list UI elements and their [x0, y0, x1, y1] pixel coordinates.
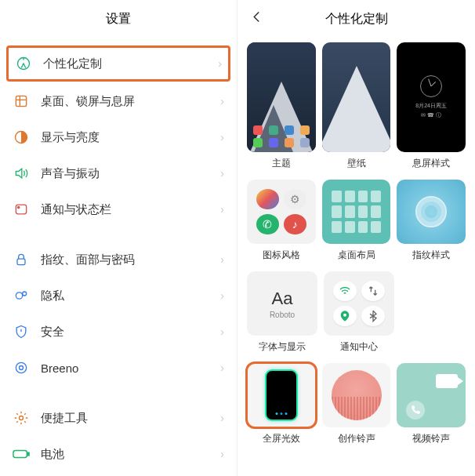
phone-call-icon [406, 401, 425, 420]
tools-icon [13, 409, 30, 427]
tile-fingerprint-style[interactable]: 指纹样式 [397, 180, 466, 262]
tile-icon-style[interactable]: ⚙ ✆ ♪ 图标风格 [247, 180, 316, 262]
svg-point-14 [343, 314, 346, 317]
item-label: 便捷工具 [41, 411, 220, 426]
chevron-right-icon: › [220, 325, 224, 338]
settings-item-biometrics[interactable]: 指纹、面部与密码 › [0, 242, 237, 278]
settings-item-notifications[interactable]: 通知与状态栏 › [0, 191, 237, 227]
chevron-right-icon: › [220, 289, 224, 302]
item-label: 通知与状态栏 [41, 202, 220, 217]
chevron-right-icon: › [220, 362, 224, 374]
tile-label: 壁纸 [347, 157, 366, 170]
tile-label: 全屏光效 [263, 432, 300, 445]
svg-point-4 [18, 206, 20, 208]
svg-rect-5 [17, 259, 25, 265]
back-button[interactable] [250, 10, 264, 28]
settings-item-sound[interactable]: 声音与振动 › [0, 155, 237, 191]
item-label: 电池 [41, 447, 220, 462]
settings-item-convenience[interactable]: 便捷工具 › [0, 400, 237, 436]
layout-thumb [322, 180, 391, 244]
svg-point-6 [16, 293, 22, 299]
row-themes: 主题 壁纸 8月24日周五 ✉ ☎ ⓘ 息屏样式 [238, 38, 475, 175]
settings-item-privacy[interactable]: 隐私 › [0, 278, 237, 314]
settings-title: 设置 [106, 11, 131, 27]
font-name: Roboto [270, 311, 295, 319]
personalization-title: 个性化定制 [325, 11, 388, 27]
tile-label: 创作铃声 [338, 432, 375, 445]
item-label: 隐私 [41, 289, 220, 303]
svg-point-10 [20, 416, 24, 420]
clock-icon [420, 75, 442, 97]
svg-rect-11 [13, 450, 27, 457]
settings-header: 设置 [0, 0, 237, 38]
font-thumb: Aa Roboto [247, 271, 317, 336]
tile-layout[interactable]: 桌面布局 [322, 180, 391, 262]
chevron-right-icon: › [220, 167, 224, 180]
chevron-right-icon: › [218, 57, 222, 70]
row-ringtones: 全屏光效 创作铃声 视频铃声 [238, 358, 475, 450]
tile-edge-lighting[interactable]: 全屏光效 [247, 363, 316, 445]
svg-point-9 [20, 366, 24, 370]
camera-icon [436, 374, 458, 388]
sound-icon [13, 165, 30, 182]
theme-thumb [247, 42, 316, 152]
chevron-right-icon: › [220, 95, 224, 107]
item-label: 个性化定制 [43, 56, 218, 71]
settings-list: 个性化定制 › 桌面、锁屏与息屏 › 显示与亮度 › 声音与振动 › [0, 38, 237, 476]
bluetooth-icon [361, 306, 385, 326]
tile-wallpaper[interactable]: 壁纸 [322, 42, 391, 170]
svg-rect-12 [27, 452, 29, 456]
chevron-right-icon: › [220, 448, 224, 460]
tile-label: 指纹样式 [412, 249, 450, 262]
phone-glow-icon [267, 371, 296, 420]
aod-thumb: 8月24日周五 ✉ ☎ ⓘ [397, 42, 466, 152]
settings-item-display[interactable]: 显示与亮度 › [0, 119, 237, 155]
item-label: 指纹、面部与密码 [41, 253, 220, 267]
tile-theme[interactable]: 主题 [247, 42, 316, 170]
chevron-right-icon: › [220, 412, 224, 424]
tile-label: 图标风格 [263, 249, 300, 262]
icon-style-thumb: ⚙ ✆ ♪ [247, 180, 316, 244]
tile-label: 字体与显示 [259, 340, 306, 354]
tile-aod[interactable]: 8月24日周五 ✉ ☎ ⓘ 息屏样式 [397, 42, 466, 170]
tile-label: 通知中心 [340, 340, 378, 354]
settings-item-security[interactable]: 安全 › [0, 314, 237, 350]
tile-label: 桌面布局 [338, 249, 375, 262]
waveform-icon [332, 397, 382, 420]
item-label: 声音与振动 [41, 166, 220, 181]
svg-rect-3 [16, 205, 26, 214]
settings-item-personalization[interactable]: 个性化定制 › [6, 45, 230, 82]
ringtone-thumb [322, 363, 391, 427]
font-sample: Aa [272, 289, 293, 309]
row-icons-layout: ⚙ ✆ ♪ 图标风格 桌面布局 指纹样式 [238, 175, 475, 267]
chevron-right-icon: › [220, 131, 224, 144]
tile-create-ringtone[interactable]: 创作铃声 [322, 363, 391, 445]
fingerprint-icon [415, 196, 447, 227]
location-icon [333, 306, 357, 326]
svg-point-8 [16, 362, 26, 372]
brightness-icon [13, 129, 30, 146]
svg-point-7 [23, 292, 27, 296]
settings-pane: 设置 个性化定制 › 桌面、锁屏与息屏 › 显示与亮度 › [0, 0, 238, 476]
grid-icon [13, 93, 30, 110]
privacy-icon [13, 287, 30, 304]
row-font-notif: Aa Roboto 字体与显示 通知中心 [238, 267, 475, 358]
settings-item-breeno[interactable]: Breeno › [0, 350, 237, 386]
tile-video-ringtone[interactable]: 视频铃声 [397, 363, 466, 445]
chevron-right-icon: › [220, 203, 224, 216]
tile-label: 视频铃声 [412, 432, 450, 445]
battery-icon [13, 445, 30, 463]
shield-icon [13, 323, 30, 340]
settings-item-battery[interactable]: 电池 › [0, 436, 237, 472]
tile-notification-center[interactable]: 通知中心 [324, 271, 394, 354]
tile-font[interactable]: Aa Roboto 字体与显示 [247, 271, 317, 354]
tile-label: 息屏样式 [412, 157, 450, 170]
settings-item-desktop-lock[interactable]: 桌面、锁屏与息屏 › [0, 83, 237, 119]
video-ringtone-thumb [397, 363, 466, 427]
wifi-icon [333, 281, 357, 301]
lock-icon [13, 251, 30, 268]
notif-thumb [324, 271, 394, 336]
fingerprint-thumb [397, 180, 466, 244]
svg-rect-1 [16, 96, 26, 106]
item-label: 桌面、锁屏与息屏 [41, 94, 220, 109]
